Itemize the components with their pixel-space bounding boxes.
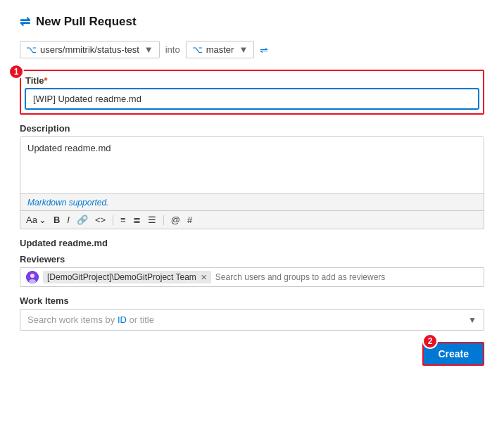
description-textarea[interactable]: Updated readme.md [20,137,484,193]
bottom-row: 2 Create [20,342,484,366]
into-label: into [165,44,180,55]
work-items-section: Work Items Search work items by ID or ti… [20,295,484,331]
page-header: ⇌ New Pull Request [20,14,484,30]
target-branch-icon: ⌥ [192,44,203,55]
callout-2: 2 [422,333,438,349]
toolbar-hash[interactable]: # [187,215,192,225]
work-items-chevron-icon: ▼ [468,315,477,325]
target-branch-label: master [206,44,234,55]
description-section: Description Updated readme.md Markdown s… [20,123,484,229]
toolbar-ul[interactable]: ≡ [120,215,126,225]
toolbar-task[interactable]: ☰ [148,215,156,225]
source-branch-chevron: ▼ [144,44,153,55]
toolbar-link[interactable]: 🔗 [77,215,88,225]
title-section: 1 Title* [20,70,484,115]
page-title: New Pull Request [36,15,137,29]
pr-icon: ⇌ [20,14,30,30]
source-branch-select[interactable]: ⌥ users/mmitrik/status-test ▼ [20,41,160,58]
target-branch-chevron: ▼ [239,44,248,55]
required-indicator: * [44,75,48,86]
reviewer-tag: [DemoGitProject]\DemoGitProject Team ✕ [43,271,211,283]
toolbar-bold[interactable]: B [53,215,60,225]
remove-reviewer-button[interactable]: ✕ [201,273,207,282]
toolbar-divider-2 [163,215,164,225]
toolbar-mention[interactable]: @ [171,215,180,225]
toolbar-font-size[interactable]: Aa⌄ [26,215,46,225]
reviewers-section: Reviewers [DemoGitProject]\DemoGitProjec… [20,254,484,287]
markdown-note: Markdown supported. [27,198,108,208]
work-items-dropdown[interactable]: Search work items by ID or title ▼ [20,309,484,331]
svg-point-1 [30,274,34,278]
toolbar-divider-1 [113,215,113,225]
source-branch-icon: ⌥ [26,44,37,55]
title-label: Title* [25,75,479,86]
branch-row: ⌥ users/mmitrik/status-test ▼ into ⌥ mas… [20,41,484,58]
title-input[interactable] [25,89,479,109]
toolbar-code[interactable]: <> [95,215,106,225]
source-branch-label: users/mmitrik/status-test [40,44,139,55]
reviewer-avatar [26,271,39,283]
reviewers-input-row[interactable]: [DemoGitProject]\DemoGitProject Team ✕ [20,267,484,287]
target-branch-select[interactable]: ⌥ master ▼ [186,41,255,58]
reviewers-label: Reviewers [20,254,484,265]
work-items-placeholder: Search work items by ID or title [27,314,154,325]
commit-preview: Updated readme.md [20,238,484,248]
reviewer-search-input[interactable] [215,272,478,282]
swap-branches-icon[interactable]: ⇌ [260,44,268,56]
work-items-label: Work Items [20,295,484,306]
toolbar-italic[interactable]: I [67,215,70,225]
description-label: Description [20,123,484,134]
description-toolbar: Aa⌄ B I 🔗 <> ≡ ≣ ☰ @ # [20,211,484,229]
toolbar-ol[interactable]: ≣ [133,215,141,225]
callout-1: 1 [8,64,24,79]
reviewer-name: [DemoGitProject]\DemoGitProject Team [47,272,196,282]
svg-point-2 [29,279,36,283]
